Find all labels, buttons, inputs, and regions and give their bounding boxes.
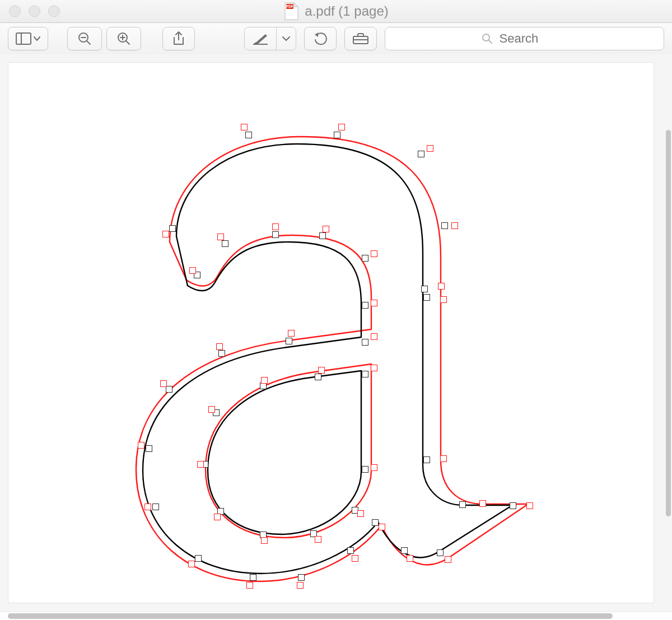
anchor-handle-red[interactable] [357, 510, 364, 517]
share-button[interactable] [162, 27, 195, 50]
document-viewport[interactable] [0, 54, 672, 612]
anchor-handle-black[interactable] [245, 132, 252, 138]
anchor-handle-black[interactable] [362, 371, 368, 377]
anchor-handle-black[interactable] [423, 294, 430, 301]
zoom-out-button[interactable] [67, 27, 102, 50]
anchor-handle-black[interactable] [401, 547, 408, 554]
anchor-handle-red[interactable] [188, 561, 195, 567]
markup-button[interactable] [245, 27, 276, 50]
anchor-handle-red[interactable] [440, 296, 447, 303]
anchor-handle-black[interactable] [250, 574, 256, 581]
anchor-handle-red[interactable] [189, 267, 196, 274]
anchor-handle-red[interactable] [440, 455, 447, 462]
search-input[interactable] [498, 31, 568, 46]
anchor-handle-red[interactable] [160, 380, 167, 387]
anchor-handle-red[interactable] [272, 223, 279, 230]
anchor-handle-red[interactable] [138, 442, 144, 449]
anchor-handle-black[interactable] [222, 240, 228, 247]
anchor-handle-black[interactable] [362, 339, 368, 346]
anchor-handle-black[interactable] [195, 555, 202, 562]
anchor-handle-red[interactable] [352, 555, 358, 562]
sidebar-mode-button[interactable] [8, 27, 48, 50]
anchor-handle-black[interactable] [423, 456, 430, 463]
zoom-out-icon [77, 31, 92, 46]
anchor-handle-black[interactable] [459, 501, 466, 508]
toolbox-icon [352, 32, 369, 45]
anchor-handle-red[interactable] [217, 234, 224, 240]
minimize-window-button[interactable] [29, 6, 40, 17]
anchor-handle-red[interactable] [162, 231, 169, 237]
anchor-handle-red[interactable] [371, 333, 377, 340]
anchor-handle-red[interactable] [427, 145, 433, 152]
anchor-handle-black[interactable] [152, 504, 159, 510]
anchor-handle-red[interactable] [216, 343, 223, 350]
anchor-handle-red[interactable] [371, 365, 377, 371]
glyph-canvas [8, 63, 654, 603]
rotate-left-icon [312, 32, 328, 45]
anchor-handle-red[interactable] [338, 124, 345, 130]
anchor-handle-red[interactable] [371, 300, 377, 306]
anchor-handle-red[interactable] [297, 582, 304, 589]
window-titlebar: PDF a.pdf (1 page) [0, 0, 672, 23]
anchor-handle-red[interactable] [261, 377, 268, 384]
anchor-handle-black[interactable] [315, 374, 321, 380]
anchor-handle-red[interactable] [208, 406, 215, 413]
anchor-handle-red[interactable] [371, 464, 377, 471]
zoom-window-button[interactable] [48, 6, 60, 17]
search-field[interactable] [385, 27, 664, 50]
anchor-handle-red[interactable] [379, 524, 385, 530]
close-window-button[interactable] [9, 6, 21, 17]
anchor-handle-black[interactable] [347, 547, 354, 554]
anchor-handle-red[interactable] [261, 537, 268, 544]
anchor-handle-black[interactable] [441, 222, 448, 229]
anchor-handle-black[interactable] [418, 151, 424, 157]
anchor-handle-red[interactable] [526, 502, 533, 509]
svg-point-14 [483, 34, 489, 41]
anchor-handle-black[interactable] [372, 519, 379, 526]
anchor-handle-red[interactable] [451, 222, 458, 229]
share-icon [172, 31, 185, 46]
anchor-handle-red[interactable] [445, 556, 451, 563]
anchor-handle-black[interactable] [421, 286, 428, 292]
anchor-handle-black[interactable] [319, 232, 326, 239]
anchor-handle-black[interactable] [272, 231, 279, 238]
zoom-in-button[interactable] [106, 27, 141, 50]
vertical-scroll-thumb[interactable] [666, 130, 671, 516]
chevron-down-icon [34, 37, 40, 40]
anchor-handle-red[interactable] [407, 555, 413, 562]
horizontal-scrollbar[interactable] [0, 612, 672, 620]
svg-rect-2 [16, 33, 31, 44]
svg-line-15 [489, 40, 492, 43]
toolbox-button[interactable] [344, 27, 377, 50]
vertical-scrollbar[interactable] [664, 54, 672, 612]
anchor-handle-black[interactable] [146, 445, 152, 452]
anchor-handle-red[interactable] [438, 283, 445, 290]
anchor-handle-black[interactable] [362, 302, 368, 309]
anchor-handle-black[interactable] [298, 574, 305, 581]
anchor-handle-black[interactable] [218, 350, 225, 357]
anchor-handle-red[interactable] [315, 536, 321, 543]
anchor-handle-red[interactable] [323, 226, 329, 232]
anchor-handle-black[interactable] [510, 502, 516, 509]
anchor-handle-red[interactable] [246, 582, 253, 589]
markup-segmented [244, 27, 296, 50]
anchor-handle-red[interactable] [197, 461, 204, 468]
anchor-handle-red[interactable] [214, 514, 221, 520]
anchor-handle-black[interactable] [169, 225, 176, 232]
anchor-handle-black[interactable] [286, 338, 292, 344]
rotate-left-button[interactable] [304, 27, 337, 50]
anchor-handle-red[interactable] [479, 500, 486, 507]
anchor-handle-black[interactable] [334, 132, 340, 138]
anchor-handle-black[interactable] [362, 255, 368, 262]
anchor-handle-black[interactable] [362, 466, 368, 473]
anchor-handle-black[interactable] [437, 549, 444, 556]
horizontal-scroll-thumb[interactable] [8, 613, 613, 619]
pencil-icon [253, 32, 268, 45]
search-icon [482, 33, 493, 44]
markup-dropdown-button[interactable] [276, 27, 296, 50]
anchor-handle-red[interactable] [288, 330, 295, 337]
anchor-handle-red[interactable] [144, 504, 151, 510]
anchor-handle-red[interactable] [371, 250, 377, 257]
anchor-handle-red[interactable] [318, 367, 325, 374]
anchor-handle-red[interactable] [241, 124, 248, 130]
